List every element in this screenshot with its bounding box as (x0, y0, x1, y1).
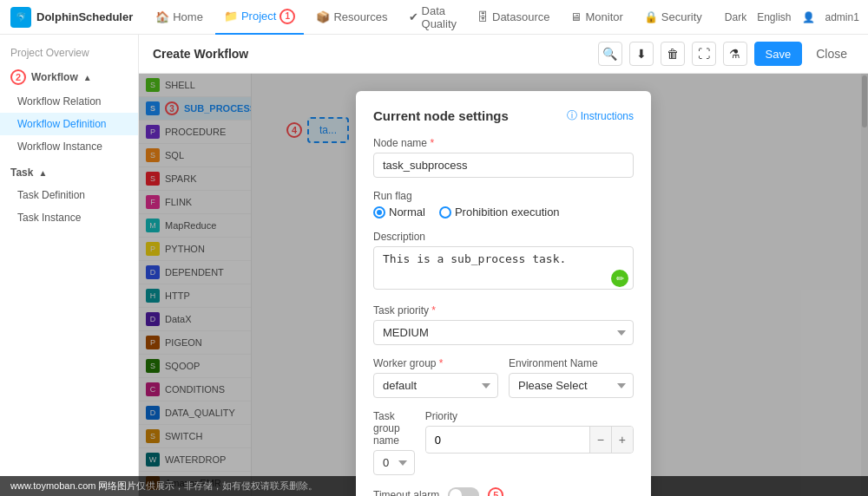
home-icon: 🏠 (155, 10, 169, 23)
sidebar: Project Overview 2 Workflow ▲ Workflow R… (0, 35, 139, 496)
task-expand-icon: ▲ (38, 168, 47, 178)
download-toolbar-btn[interactable]: ⬇ (629, 42, 654, 66)
task-group-name-select[interactable]: 0 (373, 450, 415, 475)
top-right: Dark English 👤 admin1 (725, 11, 859, 23)
description-area: This is a sub_process task. ✏ (373, 246, 634, 292)
close-button[interactable]: Close (809, 42, 854, 66)
resources-icon: 📦 (316, 10, 330, 23)
node-name-label: Node name * (373, 137, 634, 149)
timeout-alarm-group: Timeout alarm 5 (373, 487, 634, 496)
instructions-btn[interactable]: ⓘ Instructions (567, 108, 634, 123)
radio-prohibition-dot (439, 206, 451, 219)
workflow-top-bar: Create Workflow 🔍 ⬇ 🗑 ⛶ ⚗ Save Close (139, 35, 868, 74)
environment-name-label: Environment Name (509, 357, 634, 369)
modal: Current node settings ⓘ Instructions Nod… (356, 91, 651, 496)
description-label: Description (373, 231, 634, 243)
toggle-knob (450, 489, 462, 496)
modal-header: Current node settings ⓘ Instructions (373, 108, 634, 123)
node-name-group: Node name * (373, 137, 634, 178)
priority-plus[interactable]: + (611, 427, 633, 453)
task-priority-label: Task priority * (373, 304, 634, 317)
modal-overlay: Current node settings ⓘ Instructions Nod… (139, 74, 868, 496)
task-priority-select[interactable]: MEDIUM (373, 320, 634, 345)
annotation-5: 5 (488, 487, 503, 496)
logo-text: DolphinScheduler (36, 10, 133, 23)
annotation-2: 2 (10, 69, 26, 85)
run-flag-label: Run flag (373, 190, 634, 202)
worker-group-label: Worker group * (373, 357, 498, 369)
worker-group-select[interactable]: default (373, 373, 498, 398)
nav-items: 🏠 Home 📁 Project 1 📦 Resources ✔ Data Qu… (147, 0, 711, 35)
fit-toolbar-btn[interactable]: ⛶ (692, 42, 716, 66)
workflow-toolbar: 🔍 ⬇ 🗑 ⛶ ⚗ Save Close (598, 42, 854, 66)
datasource-icon: 🗄 (477, 10, 489, 23)
delete-toolbar-btn[interactable]: 🗑 (661, 42, 685, 66)
nav-resources[interactable]: 📦 Resources (307, 0, 396, 35)
sidebar-workflow-group: 2 Workflow ▲ Workflow Relation Workflow … (0, 64, 138, 158)
nav-home[interactable]: 🏠 Home (147, 0, 212, 35)
workflow-title: Create Workflow (153, 47, 248, 61)
search-toolbar-btn[interactable]: 🔍 (598, 42, 622, 66)
radio-normal-dot (373, 206, 385, 219)
nav-circle-1: 1 (279, 9, 295, 24)
security-icon: 🔒 (644, 10, 658, 23)
radio-normal[interactable]: Normal (373, 206, 425, 219)
nav-security[interactable]: 🔒 Security (635, 0, 711, 35)
task-group-name-group: Task group name 0 (373, 410, 415, 475)
node-name-input[interactable] (373, 153, 634, 178)
worker-group-group: Worker group * default (373, 357, 498, 398)
radio-prohibition[interactable]: Prohibition execution (439, 206, 560, 219)
sidebar-workflow-title[interactable]: 2 Workflow ▲ (0, 64, 138, 90)
workflow-area: Create Workflow 🔍 ⬇ 🗑 ⛶ ⚗ Save Close SSH… (139, 35, 868, 496)
modal-title: Current node settings (373, 108, 509, 123)
nav-datasource[interactable]: 🗄 Datasource (469, 0, 558, 35)
monitor-icon: 🖥 (570, 10, 582, 23)
run-flag-radios: Normal Prohibition execution (373, 206, 634, 219)
sidebar-item-task-instance[interactable]: Task Instance (0, 206, 138, 229)
sidebar-item-workflow-definition[interactable]: Workflow Definition (0, 113, 138, 135)
sidebar-project-overview[interactable]: Project Overview (0, 42, 138, 64)
priority-minus[interactable]: − (589, 427, 611, 453)
worker-env-row: Worker group * default Environment Name … (373, 357, 634, 410)
task-group-name-label: Task group name (373, 410, 415, 447)
nav-project[interactable]: 📁 Project 1 (215, 0, 304, 35)
info-icon: ⓘ (567, 108, 577, 123)
sidebar-task-title[interactable]: Task ▲ (0, 161, 138, 184)
edit-icon[interactable]: ✏ (611, 270, 628, 287)
nav-monitor[interactable]: 🖥 Monitor (562, 0, 631, 35)
task-priority-group: Task priority * MEDIUM (373, 304, 634, 345)
theme-toggle[interactable]: Dark (725, 11, 746, 23)
priority-label: Priority (425, 410, 634, 422)
top-nav: 🐬 DolphinScheduler 🏠 Home 📁 Project 1 📦 … (0, 0, 868, 35)
required-mark: * (430, 137, 434, 149)
run-flag-group: Run flag Normal Prohibition execution (373, 190, 634, 219)
environment-name-group: Environment Name Please Select (509, 357, 634, 398)
main-layout: Project Overview 2 Workflow ▲ Workflow R… (0, 35, 868, 496)
description-input[interactable]: This is a sub_process task. (373, 246, 634, 290)
timeout-toggle[interactable] (448, 487, 479, 496)
logo: 🐬 DolphinScheduler (10, 7, 133, 28)
expand-icon: ▲ (83, 73, 92, 82)
priority-group: Priority − + (425, 410, 634, 475)
logo-icon: 🐬 (10, 7, 31, 28)
environment-name-select[interactable]: Please Select (509, 373, 634, 398)
sidebar-item-task-definition[interactable]: Task Definition (0, 184, 138, 206)
language-selector[interactable]: English (757, 11, 791, 23)
priority-input-group: − + (425, 426, 634, 454)
save-button[interactable]: Save (754, 42, 803, 66)
sidebar-task-group: Task ▲ Task Definition Task Instance (0, 161, 138, 229)
dataquality-icon: ✔ (409, 10, 418, 23)
taskgroup-priority-row: Task group name 0 Priority − + (373, 410, 634, 487)
user-icon: 👤 (802, 11, 815, 23)
filter-toolbar-btn[interactable]: ⚗ (723, 42, 747, 66)
description-group: Description This is a sub_process task. … (373, 231, 634, 292)
timeout-alarm-label: Timeout alarm (373, 489, 439, 496)
project-icon: 📁 (224, 10, 238, 23)
sidebar-item-workflow-instance[interactable]: Workflow Instance (0, 135, 138, 158)
priority-input[interactable] (426, 428, 589, 452)
nav-dataquality[interactable]: ✔ Data Quality (400, 0, 465, 35)
username[interactable]: admin1 (825, 11, 859, 23)
sidebar-item-workflow-relation[interactable]: Workflow Relation (0, 90, 138, 113)
